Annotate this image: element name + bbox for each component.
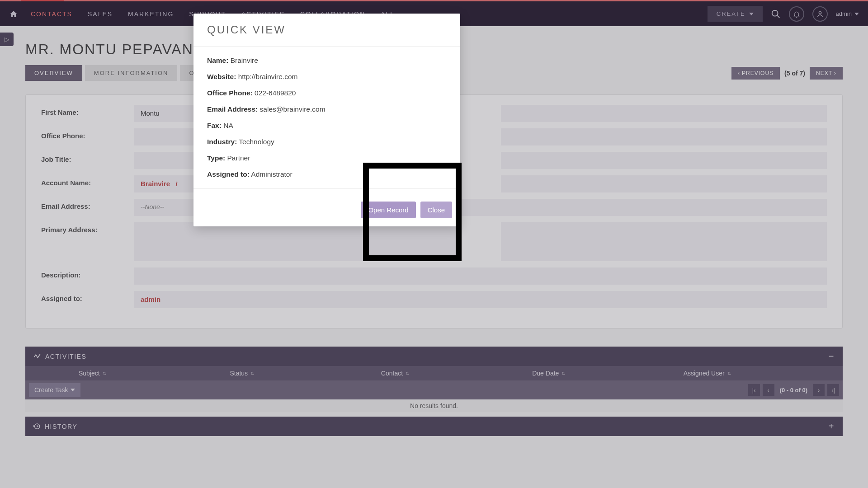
- quick-view-modal: QUICK VIEW Name: Brainvire Website: http…: [193, 14, 460, 226]
- qv-industry-label: Industry:: [207, 138, 237, 145]
- qv-fax-label: Fax:: [207, 122, 222, 129]
- qv-assigned-value: Administrator: [251, 170, 292, 178]
- qv-website-value: http://brainvire.com: [238, 73, 298, 80]
- qv-website-label: Website:: [207, 73, 236, 80]
- qv-name-label: Name:: [207, 56, 228, 64]
- qv-office-phone-label: Office Phone:: [207, 89, 253, 97]
- modal-title: QUICK VIEW: [193, 14, 460, 47]
- qv-assigned-label: Assigned to:: [207, 170, 250, 178]
- qv-fax-value: NA: [223, 122, 233, 129]
- qv-office-phone-value: 022-6489820: [255, 89, 296, 97]
- qv-email-label: Email Address:: [207, 105, 258, 113]
- qv-type-label: Type:: [207, 154, 225, 162]
- open-record-button[interactable]: Open Record: [361, 202, 415, 218]
- qv-name-value: Brainvire: [231, 56, 258, 64]
- qv-type-value: Partner: [227, 154, 250, 162]
- qv-email-value: sales@brainvire.com: [260, 105, 326, 113]
- qv-industry-value: Technology: [239, 138, 274, 145]
- close-button[interactable]: Close: [420, 202, 452, 218]
